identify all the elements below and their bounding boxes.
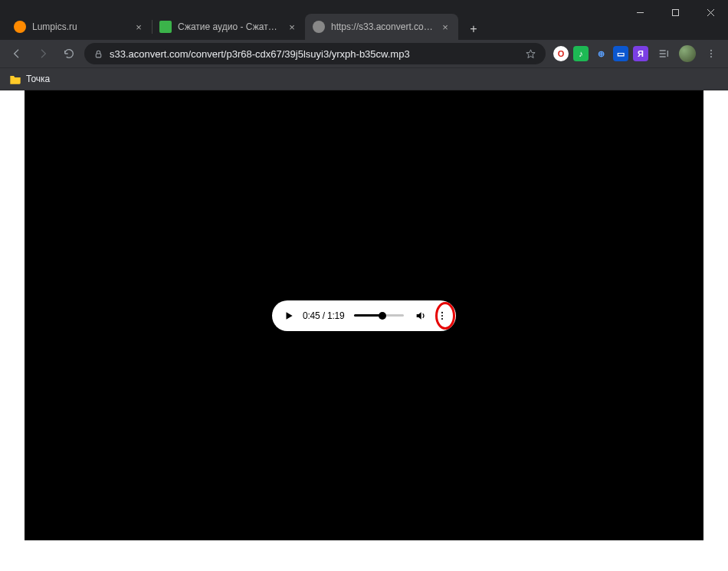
address-bar[interactable]: s33.aconvert.com/convert/p3r68-cdx67/39j… (84, 43, 546, 64)
svg-point-7 (710, 56, 712, 57)
duration: 1:19 (327, 310, 345, 321)
star-icon[interactable] (525, 48, 536, 60)
toolbar: s33.aconvert.com/convert/p3r68-cdx67/39j… (0, 40, 728, 67)
time-display: 0:45 / 1:19 (303, 310, 345, 321)
tabs-row: Lumpics.ru × Сжатие аудио - Сжатие файло… (0, 14, 728, 40)
page-viewport: 0:45 / 1:19 (0, 90, 728, 571)
forward-button[interactable] (32, 43, 54, 64)
extension-icons: O ♪ ⊕ ▭ Я (553, 46, 648, 61)
profile-avatar[interactable] (679, 45, 696, 62)
chrome-top-strip: Lumpics.ru × Сжатие аудио - Сжатие файло… (0, 0, 728, 40)
tab-lumpics[interactable]: Lumpics.ru × (6, 14, 152, 40)
tab-aconvert-page[interactable]: Сжатие аудио - Сжатие файлов × (152, 14, 305, 40)
bookmarks-bar: Точка (0, 67, 728, 90)
audio-player: 0:45 / 1:19 (272, 300, 456, 331)
ext-purple[interactable]: Я (633, 46, 648, 61)
new-tab-button[interactable]: + (463, 18, 484, 40)
window-minimize-button[interactable] (622, 0, 657, 25)
close-icon[interactable]: × (287, 21, 297, 32)
reading-list-icon (657, 48, 670, 60)
ext-note[interactable]: ▭ (613, 46, 628, 61)
favicon-aconvert-page (159, 21, 172, 33)
seek-slider[interactable] (354, 314, 404, 317)
maximize-icon (671, 8, 680, 17)
ext-adblock[interactable]: O (553, 46, 569, 61)
close-icon (707, 8, 715, 17)
reading-list-button[interactable] (653, 43, 674, 64)
player-menu-button[interactable] (435, 308, 450, 323)
svg-point-9 (441, 314, 443, 316)
lock-icon (93, 49, 103, 59)
close-icon[interactable]: × (440, 21, 451, 32)
arrow-right-icon (37, 48, 49, 60)
kebab-icon (437, 310, 448, 321)
svg-rect-1 (672, 9, 678, 15)
window-maximize-button[interactable] (657, 0, 693, 25)
close-icon[interactable]: × (133, 21, 144, 32)
seek-thumb[interactable] (379, 312, 386, 320)
bookmark-label: Точка (26, 74, 50, 84)
tab-title: https://s33.aconvert.com/convert (331, 21, 434, 32)
volume-button[interactable] (413, 308, 428, 323)
tab-title: Lumpics.ru (32, 21, 127, 32)
tab-audio-file[interactable]: https://s33.aconvert.com/convert × (305, 14, 458, 40)
svg-point-5 (710, 50, 712, 51)
reload-icon (63, 48, 75, 60)
tab-title: Сжатие аудио - Сжатие файлов (178, 21, 280, 32)
reload-button[interactable] (58, 43, 80, 64)
current-time: 0:45 (303, 310, 320, 321)
folder-icon (9, 74, 21, 84)
favicon-lumpics (14, 21, 26, 33)
back-button[interactable] (6, 43, 28, 64)
ext-circle[interactable]: ⊕ (593, 46, 608, 61)
chrome-menu-button[interactable] (700, 43, 722, 64)
arrow-left-icon (11, 48, 23, 60)
url-text: s33.aconvert.com/convert/p3r68-cdx67/39j… (110, 48, 519, 60)
play-icon (284, 310, 294, 321)
ext-green[interactable]: ♪ (573, 46, 589, 61)
window-controls (622, 0, 728, 25)
svg-point-10 (441, 318, 443, 320)
svg-point-6 (710, 53, 712, 54)
svg-point-8 (441, 311, 443, 313)
globe-icon (313, 21, 325, 33)
volume-icon (415, 310, 427, 322)
media-background: 0:45 / 1:19 (25, 90, 703, 540)
svg-rect-4 (96, 53, 101, 57)
plus-icon: + (470, 22, 477, 36)
minimize-icon (636, 8, 644, 17)
bookmark-folder[interactable]: Точка (9, 74, 50, 84)
time-separator: / (320, 310, 327, 321)
browser-window: Lumpics.ru × Сжатие аудио - Сжатие файло… (0, 0, 728, 571)
window-close-button[interactable] (693, 0, 728, 25)
play-button[interactable] (281, 308, 297, 323)
kebab-icon (706, 48, 717, 59)
